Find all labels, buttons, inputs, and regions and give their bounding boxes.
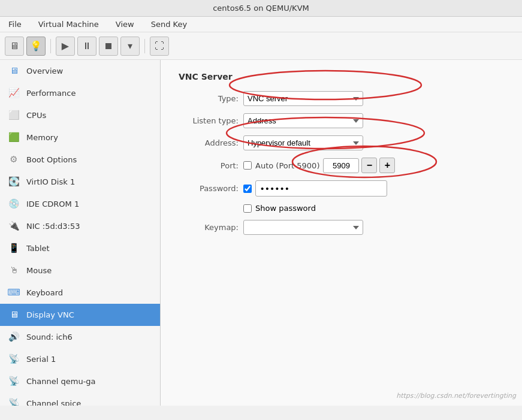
play-icon: ▶ (62, 40, 69, 52)
fullscreen-icon: ⛶ (155, 40, 164, 52)
sidebar-item-memory[interactable]: 🟩 Memory (0, 126, 160, 149)
address-select[interactable]: Hypervisor default 127.0.0.1 0.0.0.0 (243, 135, 363, 150)
menu-file[interactable]: File (5, 18, 25, 31)
port-control: Auto (Port 5900) − + (243, 158, 395, 173)
sidebar-item-virtio-disk[interactable]: 💽 VirtIO Disk 1 (0, 171, 160, 193)
keymap-select[interactable]: en-us de fr ja (243, 220, 363, 235)
sidebar-item-performance[interactable]: 📈 Performance (0, 82, 160, 104)
sidebar-item-label: Keyboard (26, 288, 63, 297)
sidebar-item-overview[interactable]: 🖥 Overview (0, 60, 160, 82)
port-label: Port: (179, 161, 239, 170)
keyboard-icon: ⌨ (7, 286, 20, 299)
address-control: Hypervisor default 127.0.0.1 0.0.0.0 (243, 135, 363, 150)
sidebar-item-label: Serial 1 (26, 355, 56, 364)
play-button[interactable]: ▶ (56, 37, 75, 56)
sidebar-item-boot-options[interactable]: ⚙ Boot Options (0, 149, 160, 171)
chevron-down-icon: ▾ (128, 40, 132, 52)
sidebar-item-tablet[interactable]: 📱 Tablet (0, 237, 160, 259)
sidebar-item-label: Channel spice (26, 399, 81, 406)
channel-icon: 📡 (7, 374, 20, 388)
chart-icon: 📈 (7, 86, 20, 99)
toolbar-separator2 (144, 39, 145, 53)
sidebar-item-label: CPUs (26, 111, 46, 120)
type-control: VNC server Spice server None (243, 91, 363, 106)
sidebar-item-label: Boot Options (26, 155, 77, 164)
keymap-row: Keymap: en-us de fr ja (179, 220, 504, 235)
port-decrement-button[interactable]: − (361, 158, 377, 173)
monitor-icon: 🖥 (10, 40, 19, 52)
channel-spice-icon: 📡 (7, 397, 20, 406)
sidebar-item-label: Mouse (26, 266, 52, 275)
tablet-icon: 📱 (7, 241, 20, 255)
address-row: Address: Hypervisor default 127.0.0.1 0.… (179, 135, 504, 150)
watermark: https://blog.csdn.net/forevertingting (396, 392, 516, 400)
stop-icon: ⏹ (104, 40, 113, 52)
listen-type-control: Address Network None (243, 113, 363, 128)
port-increment-button[interactable]: + (379, 158, 395, 173)
listen-type-select[interactable]: Address Network None (243, 113, 363, 128)
menu-view[interactable]: View (112, 18, 138, 31)
fullscreen-button[interactable]: ⛶ (150, 37, 169, 56)
sound-icon: 🔊 (7, 330, 20, 343)
disk-icon: 💽 (7, 175, 20, 188)
type-label: Type: (179, 94, 239, 103)
sidebar-item-label: Performance (26, 89, 76, 98)
address-label: Address: (179, 138, 239, 147)
monitor-button[interactable]: 🖥 (5, 37, 24, 56)
main-area: 🖥 Overview 📈 Performance ⬜ CPUs 🟩 Memory… (0, 60, 522, 406)
port-input-group: − + (323, 158, 395, 173)
sidebar-item-label: Tablet (26, 244, 50, 253)
show-password-check: Show password (243, 204, 316, 213)
show-password-label[interactable]: Show password (255, 204, 316, 213)
auto-port-checkbox[interactable] (243, 161, 252, 170)
toolbar: 🖥 💡 ▶ ⏸ ⏹ ▾ ⛶ (0, 32, 522, 60)
password-input[interactable] (255, 180, 387, 197)
cdrom-icon: 💿 (7, 197, 20, 210)
show-password-checkbox[interactable] (243, 204, 252, 213)
gear-icon: ⚙ (7, 153, 20, 166)
menu-virtual-machine[interactable]: Virtual Machine (35, 18, 102, 31)
pause-icon: ⏸ (82, 40, 92, 52)
sidebar-item-label: Memory (26, 133, 58, 142)
toolbar-separator (50, 39, 51, 53)
window-title: centos6.5 on QEMU/KVM (213, 4, 309, 13)
menu-bar: File Virtual Machine View Send Key (0, 17, 522, 32)
auto-port-label[interactable]: Auto (Port 5900) (255, 161, 319, 170)
sidebar-item-serial1[interactable]: 📡 Serial 1 (0, 348, 160, 370)
pause-button[interactable]: ⏸ (77, 37, 96, 56)
password-enabled-checkbox[interactable] (243, 185, 252, 193)
lightbulb-button[interactable]: 💡 (26, 37, 46, 56)
sidebar-item-label: Overview (26, 67, 63, 75)
port-value-input[interactable] (323, 158, 359, 173)
sidebar-item-channel-spice[interactable]: 📡 Channel spice (0, 392, 160, 406)
mouse-icon: 🖱 (7, 264, 20, 277)
port-row: Port: Auto (Port 5900) − + (179, 158, 504, 173)
sidebar-item-mouse[interactable]: 🖱 Mouse (0, 259, 160, 282)
sidebar-item-display-vnc[interactable]: 🖥 Display VNC (0, 304, 160, 326)
cpu-icon: ⬜ (7, 108, 20, 122)
sidebar-item-label: VirtIO Disk 1 (26, 177, 75, 186)
password-control (243, 180, 387, 197)
sidebar-item-sound[interactable]: 🔊 Sound: ich6 (0, 326, 160, 348)
sidebar-item-label: IDE CDROM 1 (26, 200, 79, 209)
listen-type-label: Listen type: (179, 116, 239, 125)
listen-type-row: Listen type: Address Network None (179, 113, 504, 128)
dropdown-button[interactable]: ▾ (120, 37, 140, 56)
sidebar-item-label: NIC :5d:d3:53 (26, 222, 80, 231)
lightbulb-icon: 💡 (30, 40, 42, 52)
sidebar-item-channel-qemu[interactable]: 📡 Channel qemu-ga (0, 370, 160, 392)
sidebar: 🖥 Overview 📈 Performance ⬜ CPUs 🟩 Memory… (0, 60, 161, 406)
auto-port-check: Auto (Port 5900) (243, 161, 319, 170)
show-password-row: Show password (243, 204, 504, 213)
monitor-icon: 🖥 (7, 64, 20, 77)
type-select[interactable]: VNC server Spice server None (243, 91, 363, 106)
sidebar-item-label: Display VNC (26, 310, 74, 319)
sidebar-item-nic[interactable]: 🔌 NIC :5d:d3:53 (0, 215, 160, 237)
sidebar-item-label: Sound: ich6 (26, 333, 73, 342)
sidebar-item-ide-cdrom[interactable]: 💿 IDE CDROM 1 (0, 193, 160, 215)
sidebar-item-keyboard[interactable]: ⌨ Keyboard (0, 282, 160, 304)
type-row: Type: VNC server Spice server None (179, 91, 504, 106)
sidebar-item-cpus[interactable]: ⬜ CPUs (0, 104, 160, 126)
menu-send-key[interactable]: Send Key (147, 18, 191, 31)
stop-button[interactable]: ⏹ (99, 37, 118, 56)
